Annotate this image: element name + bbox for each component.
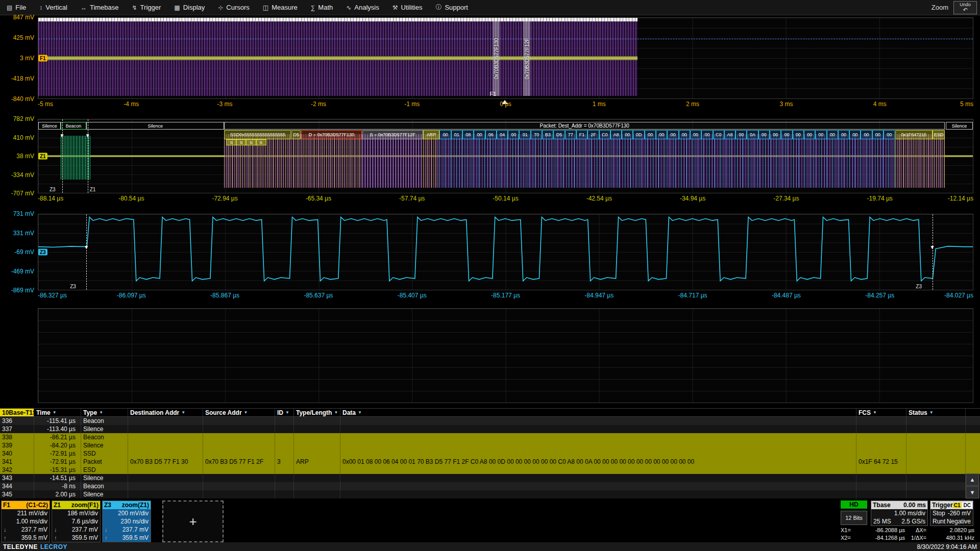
decode-segment-dest[interactable]: D = 0x70B3D577F130: [301, 130, 362, 139]
protocol-header[interactable]: 10Base-T1S: [0, 409, 34, 416]
decode-byte[interactable]: 00: [770, 130, 781, 139]
table-row-344[interactable]: 344-8 nsBeacon: [0, 482, 980, 490]
cursor-x1-line-zoom[interactable]: [86, 214, 87, 290]
cursor-x2-arrow-icon[interactable]: ▼: [85, 133, 90, 138]
menu-item-measure[interactable]: ◫Measure: [256, 0, 304, 15]
decode-byte[interactable]: C0: [713, 130, 724, 139]
decode-byte[interactable]: 0A: [747, 130, 758, 139]
decode-segment-esd[interactable]: ESD: [933, 130, 945, 139]
table-row-345[interactable]: 3452.00 µsSilence: [0, 490, 980, 498]
z1-channel-tag[interactable]: Z1: [38, 153, 47, 160]
decode-byte[interactable]: A8: [724, 130, 736, 139]
table-row-340[interactable]: 340-72.91 µsSSD: [0, 449, 980, 458]
decode-segment-src[interactable]: S = 0x70B3D577F12F: [362, 130, 423, 139]
filter-arrow-icon[interactable]: ▼: [929, 410, 934, 415]
column-header-source-addr[interactable]: Source Addr▼: [203, 409, 275, 416]
decode-byte[interactable]: 70: [531, 130, 542, 139]
decode-segment-plain[interactable]: Silence: [38, 122, 61, 130]
filter-arrow-icon[interactable]: ▼: [873, 410, 877, 415]
decode-byte[interactable]: 00: [645, 130, 656, 139]
decode-byte[interactable]: 00: [508, 130, 519, 139]
decode-byte[interactable]: 00: [701, 130, 713, 139]
decode-byte[interactable]: 00: [781, 130, 792, 139]
column-header-data[interactable]: Data▼: [340, 409, 856, 416]
trigger-level-line[interactable]: [38, 39, 973, 39]
decode-byte[interactable]: B3: [542, 130, 553, 139]
grid-f1-plot[interactable]: 0x70B3D577F130 0x70B3D577F12F F1 F1: [38, 17, 973, 99]
table-row-336[interactable]: 336-115.41 µsBeacon: [0, 417, 980, 425]
table-row-337[interactable]: 337-113.40 µsSilence: [0, 425, 980, 433]
decode-byte[interactable]: 00: [622, 130, 633, 139]
table-row-341[interactable]: 341-72.91 µsPacket0x70 B3 D5 77 F1 300x7…: [0, 458, 980, 466]
decode-byte[interactable]: 00: [736, 130, 747, 139]
menu-item-analysis[interactable]: ∿Analysis: [339, 0, 385, 15]
filter-arrow-icon[interactable]: ▼: [244, 410, 248, 415]
column-header-destination-addr[interactable]: Destination Addr▼: [128, 409, 203, 416]
column-header-id[interactable]: ID▼: [275, 409, 294, 416]
decode-byte[interactable]: 06: [485, 130, 497, 139]
decode-byte[interactable]: 04: [497, 130, 508, 139]
trace-descriptor-z1[interactable]: Z1zoom(F1)186 mV/div7.6 µs/div↓237.7 mV↑…: [52, 500, 101, 542]
decode-byte[interactable]: 00: [758, 130, 770, 139]
decode-segment-beacon[interactable]: Beacon: [61, 122, 86, 130]
decode-byte[interactable]: 00: [884, 130, 895, 139]
cursor-x2-line[interactable]: [88, 119, 88, 193]
filter-arrow-icon[interactable]: ▼: [53, 410, 57, 415]
decode-byte[interactable]: 01: [519, 130, 530, 139]
filter-arrow-icon[interactable]: ▼: [285, 410, 289, 415]
decode-byte[interactable]: 00: [793, 130, 804, 139]
decode-segment-plain[interactable]: Silence: [86, 122, 224, 130]
decode-byte[interactable]: 00: [439, 130, 451, 139]
decode-byte[interactable]: D5: [553, 130, 565, 139]
trigger-panel[interactable]: Trigger C1 DC Stop -260 mV Runt Negative: [930, 500, 973, 526]
cursor-x1-arrow-icon[interactable]: ▼: [60, 133, 65, 138]
menu-item-math[interactable]: ∑Math: [304, 0, 339, 15]
decode-byte[interactable]: 00: [667, 130, 678, 139]
column-header-type[interactable]: Type▼: [81, 409, 128, 416]
table-row-339[interactable]: 339-84.20 µsSilence: [0, 441, 980, 449]
column-header-status[interactable]: Status▼: [906, 409, 966, 416]
menu-item-file[interactable]: ▤File: [0, 0, 33, 15]
decode-segment-packet[interactable]: Packet: Dest_Addr = 0x70B3D577F130: [224, 122, 945, 130]
decode-byte[interactable]: 00: [861, 130, 872, 139]
table-scroll-down-button[interactable]: ▼: [966, 486, 979, 498]
decode-segment-fcs[interactable]: 0x1F647215: [895, 130, 933, 139]
decode-byte[interactable]: 00: [872, 130, 884, 139]
z3-channel-tag[interactable]: Z3: [38, 249, 47, 256]
menu-item-display[interactable]: ▦Display: [167, 0, 211, 15]
menu-item-cursors[interactable]: ⊹Cursors: [211, 0, 256, 15]
undo-button[interactable]: Undo ↶: [953, 1, 977, 14]
decode-byte[interactable]: 00: [804, 130, 815, 139]
filter-arrow-icon[interactable]: ▼: [99, 410, 103, 415]
decode-byte[interactable]: 00: [474, 130, 485, 139]
decode-byte[interactable]: 00: [838, 130, 849, 139]
decode-segment-d5[interactable]: D5: [291, 130, 301, 139]
table-row-342[interactable]: 342-15.31 µsESD: [0, 466, 980, 474]
decode-byte[interactable]: 00: [827, 130, 838, 139]
grid-z1-plot[interactable]: SilenceBeaconSilencePacket: Dest_Addr = …: [38, 119, 973, 193]
decode-segment-ssd[interactable]: SSD0x5555555555555555: [224, 130, 291, 139]
decode-byte[interactable]: 01: [451, 130, 462, 139]
decode-byte[interactable]: 00: [656, 130, 667, 139]
table-row-338[interactable]: 338-86.21 µsBeacon: [0, 433, 980, 441]
menu-item-utilities[interactable]: ⚒Utilities: [386, 0, 429, 15]
decode-byte[interactable]: 77: [565, 130, 576, 139]
column-header-type-length[interactable]: Type/Length▼: [294, 409, 340, 416]
decode-byte[interactable]: 08: [462, 130, 474, 139]
decode-byte[interactable]: 00: [690, 130, 701, 139]
menu-item-timebase[interactable]: ↔Timebase: [74, 0, 126, 15]
menu-item-support[interactable]: ⓘSupport: [429, 0, 475, 15]
trace-descriptor-z3[interactable]: Z3zoom(Z1)200 mV/div230 ns/div↓237.7 mV↑…: [102, 500, 151, 542]
decode-segment-plain[interactable]: Silence: [946, 122, 973, 130]
timebase-panel[interactable]: Tbase 0.00 ms 1.00 ms/div 25 MS 2.5 GS/s: [871, 500, 928, 526]
decode-byte[interactable]: C0: [599, 130, 610, 139]
decode-byte[interactable]: 0D: [633, 130, 644, 139]
menu-item-trigger[interactable]: ↯Trigger: [126, 0, 168, 15]
filter-arrow-icon[interactable]: ▼: [358, 410, 362, 415]
trace-descriptor-f1[interactable]: F1(C1-C2)211 mV/div1.00 ms/div↓237.7 mV↑…: [1, 500, 50, 542]
cursor-x2-zoom-arrow-icon[interactable]: ▼: [930, 244, 935, 250]
decode-byte[interactable]: 00: [849, 130, 861, 139]
add-trace-button[interactable]: +: [162, 500, 224, 542]
filter-arrow-icon[interactable]: ▼: [334, 410, 338, 415]
column-header-time[interactable]: Time▼: [34, 409, 81, 416]
